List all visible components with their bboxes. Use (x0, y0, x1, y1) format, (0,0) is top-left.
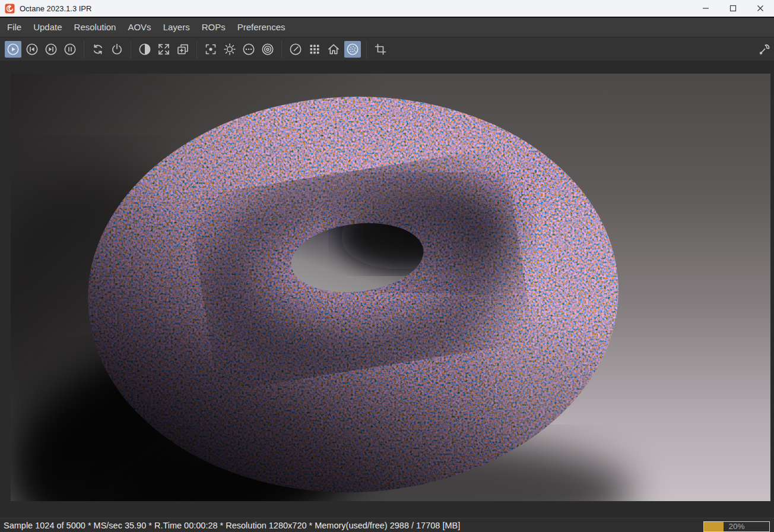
more-options-button[interactable] (240, 41, 257, 58)
octane-ipr-window: Octane 2023.1.3 IPR File Update Resoluti… (0, 0, 774, 532)
toolbar-separator (84, 40, 84, 58)
menu-resolution[interactable]: Resolution (68, 18, 122, 37)
skip-to-end-button[interactable] (43, 41, 59, 58)
circle-play-icon (6, 42, 20, 56)
power-icon (110, 42, 124, 56)
close-icon (757, 5, 764, 12)
render-statistics: Sample 1024 of 5000 * MS/sec 35.90 * R.T… (4, 521, 460, 530)
minimize-icon (702, 5, 709, 12)
minimize-button[interactable] (692, 0, 719, 17)
toolbar-separator (131, 40, 131, 58)
maximize-icon (729, 5, 737, 12)
menu-layers[interactable]: Layers (157, 18, 196, 37)
crop-icon (373, 42, 388, 56)
circle-skip-forward-icon (44, 42, 58, 56)
refresh-icon (91, 42, 105, 56)
target-button[interactable] (259, 41, 276, 58)
octane-logo-icon (5, 4, 15, 14)
sun-icon (223, 42, 237, 56)
power-button[interactable] (109, 41, 125, 58)
noise-sphere-icon (345, 42, 360, 56)
refresh-button[interactable] (90, 41, 106, 58)
render-progress-bar: 20% (703, 521, 770, 532)
window-title: Octane 2023.1.3 IPR (20, 4, 91, 13)
close-button[interactable] (747, 0, 774, 17)
menu-update[interactable]: Update (27, 18, 68, 37)
pause-render-button[interactable] (62, 41, 78, 58)
toolbar (0, 37, 774, 61)
focus-picker-button[interactable] (202, 41, 219, 58)
circle-skip-back-icon (25, 42, 39, 56)
menu-preferences[interactable]: Preferences (231, 18, 291, 37)
maximize-button[interactable] (719, 0, 747, 17)
progress-label: 20% (704, 522, 769, 531)
new-window-button[interactable] (175, 41, 191, 58)
duplicate-window-icon (176, 42, 190, 56)
render-stage (0, 62, 774, 518)
grid-button[interactable] (306, 41, 323, 58)
ellipsis-circle-icon (242, 42, 256, 56)
skip-to-start-button[interactable] (24, 41, 40, 58)
home-button[interactable] (325, 41, 342, 58)
fuzzy-torus (76, 80, 664, 501)
wrench-icon (757, 42, 772, 56)
focus-picker-icon (204, 42, 218, 56)
settings-button[interactable] (756, 41, 773, 58)
fit-view-button[interactable] (156, 41, 172, 58)
toolbar-separator (281, 40, 282, 58)
expand-arrows-icon (157, 42, 171, 56)
status-bar: Sample 1024 of 5000 * MS/sec 35.90 * R.T… (0, 518, 774, 532)
title-bar: Octane 2023.1.3 IPR (0, 0, 774, 17)
menu-aovs[interactable]: AOVs (122, 18, 157, 37)
start-render-button[interactable] (5, 41, 21, 58)
render-viewport[interactable] (11, 74, 770, 501)
noise-preview-button[interactable] (344, 41, 361, 58)
toolbar-separator (196, 40, 197, 58)
toolbar-separator (366, 40, 367, 58)
grid-dots-icon (307, 42, 322, 56)
menu-rops[interactable]: ROPs (196, 18, 231, 37)
crop-button[interactable] (372, 41, 389, 58)
menu-bar: File Update Resolution AOVs Layers ROPs … (0, 17, 774, 37)
exposure-button[interactable] (221, 41, 238, 58)
menu-file[interactable]: File (1, 18, 27, 37)
circle-pause-icon (63, 42, 77, 56)
contrast-icon (138, 42, 152, 56)
contrast-button[interactable] (137, 41, 153, 58)
target-icon (261, 42, 275, 56)
gauge-button[interactable] (287, 41, 304, 58)
gauge-icon (288, 42, 303, 56)
home-icon (326, 42, 341, 56)
